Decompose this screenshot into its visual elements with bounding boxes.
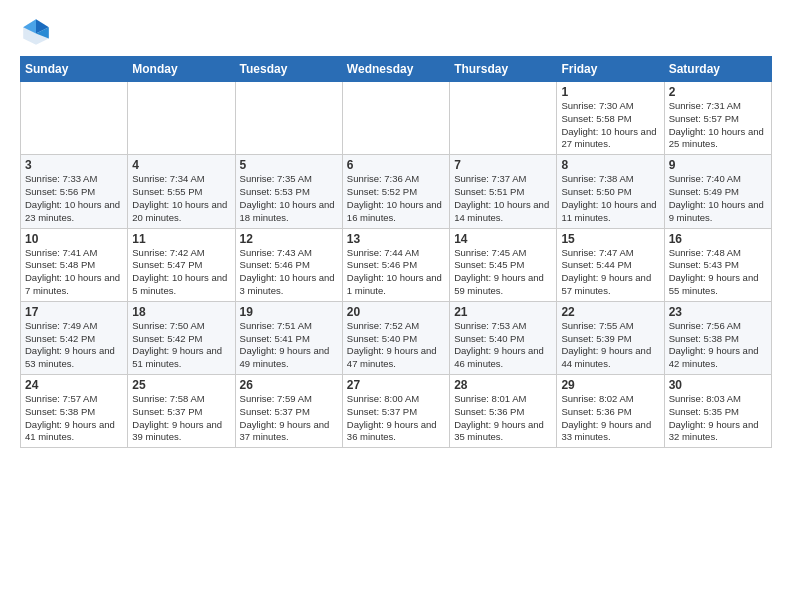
calendar-cell: 29Sunrise: 8:02 AM Sunset: 5:36 PM Dayli… (557, 375, 664, 448)
calendar-cell: 16Sunrise: 7:48 AM Sunset: 5:43 PM Dayli… (664, 228, 771, 301)
day-info: Sunrise: 7:31 AM Sunset: 5:57 PM Dayligh… (669, 100, 767, 151)
calendar-cell: 8Sunrise: 7:38 AM Sunset: 5:50 PM Daylig… (557, 155, 664, 228)
weekday-header-monday: Monday (128, 57, 235, 82)
day-info: Sunrise: 7:38 AM Sunset: 5:50 PM Dayligh… (561, 173, 659, 224)
day-info: Sunrise: 7:52 AM Sunset: 5:40 PM Dayligh… (347, 320, 445, 371)
calendar-header: SundayMondayTuesdayWednesdayThursdayFrid… (21, 57, 772, 82)
day-number: 23 (669, 305, 767, 319)
calendar-cell: 1Sunrise: 7:30 AM Sunset: 5:58 PM Daylig… (557, 82, 664, 155)
calendar-cell (21, 82, 128, 155)
day-info: Sunrise: 7:57 AM Sunset: 5:38 PM Dayligh… (25, 393, 123, 444)
day-number: 15 (561, 232, 659, 246)
calendar-cell: 30Sunrise: 8:03 AM Sunset: 5:35 PM Dayli… (664, 375, 771, 448)
calendar-cell: 15Sunrise: 7:47 AM Sunset: 5:44 PM Dayli… (557, 228, 664, 301)
page: SundayMondayTuesdayWednesdayThursdayFrid… (0, 0, 792, 458)
weekday-row: SundayMondayTuesdayWednesdayThursdayFrid… (21, 57, 772, 82)
day-info: Sunrise: 7:42 AM Sunset: 5:47 PM Dayligh… (132, 247, 230, 298)
day-info: Sunrise: 7:56 AM Sunset: 5:38 PM Dayligh… (669, 320, 767, 371)
calendar: SundayMondayTuesdayWednesdayThursdayFrid… (20, 56, 772, 448)
calendar-week-row: 10Sunrise: 7:41 AM Sunset: 5:48 PM Dayli… (21, 228, 772, 301)
calendar-week-row: 3Sunrise: 7:33 AM Sunset: 5:56 PM Daylig… (21, 155, 772, 228)
day-info: Sunrise: 7:44 AM Sunset: 5:46 PM Dayligh… (347, 247, 445, 298)
calendar-cell: 17Sunrise: 7:49 AM Sunset: 5:42 PM Dayli… (21, 301, 128, 374)
day-number: 8 (561, 158, 659, 172)
day-number: 17 (25, 305, 123, 319)
weekday-header-friday: Friday (557, 57, 664, 82)
calendar-cell: 27Sunrise: 8:00 AM Sunset: 5:37 PM Dayli… (342, 375, 449, 448)
logo-icon (20, 16, 52, 48)
day-info: Sunrise: 7:48 AM Sunset: 5:43 PM Dayligh… (669, 247, 767, 298)
day-info: Sunrise: 7:58 AM Sunset: 5:37 PM Dayligh… (132, 393, 230, 444)
day-info: Sunrise: 7:35 AM Sunset: 5:53 PM Dayligh… (240, 173, 338, 224)
calendar-cell: 3Sunrise: 7:33 AM Sunset: 5:56 PM Daylig… (21, 155, 128, 228)
day-number: 10 (25, 232, 123, 246)
calendar-cell: 23Sunrise: 7:56 AM Sunset: 5:38 PM Dayli… (664, 301, 771, 374)
day-info: Sunrise: 7:49 AM Sunset: 5:42 PM Dayligh… (25, 320, 123, 371)
calendar-cell: 7Sunrise: 7:37 AM Sunset: 5:51 PM Daylig… (450, 155, 557, 228)
day-number: 16 (669, 232, 767, 246)
day-number: 1 (561, 85, 659, 99)
day-number: 6 (347, 158, 445, 172)
day-number: 18 (132, 305, 230, 319)
weekday-header-saturday: Saturday (664, 57, 771, 82)
day-info: Sunrise: 7:53 AM Sunset: 5:40 PM Dayligh… (454, 320, 552, 371)
calendar-cell: 13Sunrise: 7:44 AM Sunset: 5:46 PM Dayli… (342, 228, 449, 301)
day-number: 28 (454, 378, 552, 392)
day-info: Sunrise: 7:41 AM Sunset: 5:48 PM Dayligh… (25, 247, 123, 298)
calendar-cell: 2Sunrise: 7:31 AM Sunset: 5:57 PM Daylig… (664, 82, 771, 155)
day-number: 4 (132, 158, 230, 172)
day-number: 24 (25, 378, 123, 392)
day-info: Sunrise: 7:33 AM Sunset: 5:56 PM Dayligh… (25, 173, 123, 224)
calendar-cell: 9Sunrise: 7:40 AM Sunset: 5:49 PM Daylig… (664, 155, 771, 228)
day-number: 13 (347, 232, 445, 246)
header (20, 16, 772, 48)
calendar-cell (128, 82, 235, 155)
calendar-cell (450, 82, 557, 155)
calendar-cell: 18Sunrise: 7:50 AM Sunset: 5:42 PM Dayli… (128, 301, 235, 374)
day-info: Sunrise: 7:30 AM Sunset: 5:58 PM Dayligh… (561, 100, 659, 151)
day-number: 29 (561, 378, 659, 392)
day-info: Sunrise: 7:36 AM Sunset: 5:52 PM Dayligh… (347, 173, 445, 224)
day-number: 19 (240, 305, 338, 319)
logo (20, 16, 56, 48)
weekday-header-tuesday: Tuesday (235, 57, 342, 82)
calendar-cell: 25Sunrise: 7:58 AM Sunset: 5:37 PM Dayli… (128, 375, 235, 448)
calendar-cell: 24Sunrise: 7:57 AM Sunset: 5:38 PM Dayli… (21, 375, 128, 448)
calendar-cell: 26Sunrise: 7:59 AM Sunset: 5:37 PM Dayli… (235, 375, 342, 448)
day-number: 7 (454, 158, 552, 172)
day-number: 25 (132, 378, 230, 392)
day-number: 22 (561, 305, 659, 319)
day-info: Sunrise: 8:02 AM Sunset: 5:36 PM Dayligh… (561, 393, 659, 444)
calendar-cell: 22Sunrise: 7:55 AM Sunset: 5:39 PM Dayli… (557, 301, 664, 374)
day-info: Sunrise: 7:55 AM Sunset: 5:39 PM Dayligh… (561, 320, 659, 371)
day-number: 3 (25, 158, 123, 172)
day-number: 30 (669, 378, 767, 392)
calendar-cell: 20Sunrise: 7:52 AM Sunset: 5:40 PM Dayli… (342, 301, 449, 374)
day-info: Sunrise: 7:47 AM Sunset: 5:44 PM Dayligh… (561, 247, 659, 298)
calendar-cell: 6Sunrise: 7:36 AM Sunset: 5:52 PM Daylig… (342, 155, 449, 228)
day-number: 12 (240, 232, 338, 246)
day-number: 5 (240, 158, 338, 172)
day-info: Sunrise: 7:45 AM Sunset: 5:45 PM Dayligh… (454, 247, 552, 298)
day-number: 14 (454, 232, 552, 246)
weekday-header-wednesday: Wednesday (342, 57, 449, 82)
day-number: 21 (454, 305, 552, 319)
calendar-cell: 5Sunrise: 7:35 AM Sunset: 5:53 PM Daylig… (235, 155, 342, 228)
calendar-cell: 14Sunrise: 7:45 AM Sunset: 5:45 PM Dayli… (450, 228, 557, 301)
day-number: 11 (132, 232, 230, 246)
day-info: Sunrise: 7:51 AM Sunset: 5:41 PM Dayligh… (240, 320, 338, 371)
day-info: Sunrise: 7:40 AM Sunset: 5:49 PM Dayligh… (669, 173, 767, 224)
day-number: 26 (240, 378, 338, 392)
calendar-body: 1Sunrise: 7:30 AM Sunset: 5:58 PM Daylig… (21, 82, 772, 448)
day-info: Sunrise: 8:01 AM Sunset: 5:36 PM Dayligh… (454, 393, 552, 444)
calendar-cell: 21Sunrise: 7:53 AM Sunset: 5:40 PM Dayli… (450, 301, 557, 374)
day-info: Sunrise: 8:00 AM Sunset: 5:37 PM Dayligh… (347, 393, 445, 444)
day-number: 20 (347, 305, 445, 319)
weekday-header-sunday: Sunday (21, 57, 128, 82)
calendar-cell (342, 82, 449, 155)
day-info: Sunrise: 7:50 AM Sunset: 5:42 PM Dayligh… (132, 320, 230, 371)
day-number: 27 (347, 378, 445, 392)
day-info: Sunrise: 7:37 AM Sunset: 5:51 PM Dayligh… (454, 173, 552, 224)
calendar-week-row: 1Sunrise: 7:30 AM Sunset: 5:58 PM Daylig… (21, 82, 772, 155)
day-number: 2 (669, 85, 767, 99)
